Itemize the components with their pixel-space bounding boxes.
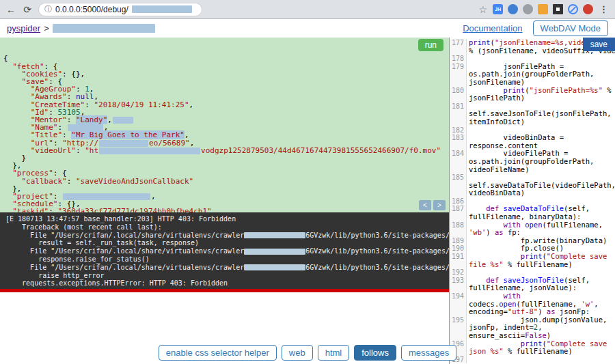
redacted-text — [244, 264, 305, 270]
breadcrumb-separator: > — [44, 23, 49, 33]
line-number: 189 — [450, 237, 467, 245]
page-info-icon[interactable]: ⓘ — [44, 4, 52, 14]
browser-toolbar: ← ⟳ ⓘ 0.0.0.0:5000/debug/ ☆ JH ⋮ — [0, 0, 615, 19]
line-number: 180 — [450, 87, 467, 102]
line-number: 186 — [450, 197, 467, 206]
line-number: 193 — [450, 277, 467, 292]
code-line: } — [3, 154, 446, 162]
line-number: 183 — [450, 134, 467, 150]
url-text: 0.0.0.0:5000/debug/ — [55, 5, 128, 14]
browser-extensions: JH ⋮ — [493, 4, 610, 14]
code-line: 195 json.dump(jsonValue, jsonFp, indent=… — [450, 316, 615, 340]
extension-qr-icon[interactable] — [553, 4, 563, 14]
extension-orange-box-icon[interactable] — [538, 4, 548, 14]
tab-follows[interactable]: follows — [354, 345, 396, 361]
code-line: "taskid": "360da33cf77d771dc1974bb0bfbe4… — [3, 208, 446, 212]
tab-messages[interactable]: messages — [401, 345, 456, 361]
line-number: 190 — [450, 244, 467, 253]
address-bar[interactable]: ⓘ 0.0.0.0:5000/debug/ — [38, 3, 202, 16]
line-number: 191 — [450, 253, 467, 268]
code-line: 183 videoBinData = response.content — [450, 134, 615, 150]
debug-tabs: enable css selector helperwebhtmlfollows… — [0, 345, 615, 361]
css-selector-helper-button[interactable]: enable css selector helper — [159, 345, 277, 361]
line-number: 195 — [450, 316, 467, 340]
tab-html[interactable]: html — [318, 345, 350, 361]
task-editor[interactable]: { "fetch": { "cookies": {}, "save": { "A… — [0, 38, 449, 212]
page: { "colors": { "accent": "#337ab7", "acce… — [0, 0, 615, 364]
extension-blocked-circle-icon[interactable] — [568, 4, 578, 14]
line-number: 194 — [450, 292, 467, 316]
code-line: 187 def saveDataToFile(self, fullFilenam… — [450, 205, 615, 221]
line-number: 184 — [450, 150, 467, 173]
back-icon[interactable]: ← — [5, 5, 16, 14]
line-number: 182 — [450, 126, 467, 135]
task-editor-code[interactable]: { "fetch": { "cookies": {}, "save": { "A… — [3, 55, 446, 212]
extension-blue-circle-icon[interactable] — [508, 4, 518, 14]
reload-icon[interactable]: ⟳ — [22, 5, 33, 14]
browser-menu-icon[interactable]: ⋮ — [598, 4, 610, 14]
line-number: 187 — [450, 205, 467, 221]
line-number: 179 — [450, 63, 467, 87]
redacted-project-name — [53, 24, 155, 33]
code-line: 191 print("Complete save file %s" % full… — [450, 253, 615, 268]
code-editor-lines[interactable]: 177print("jsonFilename=%s,videoSuffix=%s… — [450, 39, 615, 363]
prev-task-button[interactable]: < — [419, 200, 431, 210]
run-button[interactable]: run — [418, 39, 443, 51]
log-line: raise http_error — [5, 272, 443, 280]
log-line: File "/Users/crifan/.local/share/virtual… — [5, 247, 443, 255]
log-line: File "/Users/crifan/.local/share/virtual… — [5, 264, 443, 272]
webdav-mode-button[interactable]: WebDAV Mode — [533, 20, 608, 36]
code-line: }, — [3, 185, 446, 193]
redacted-text — [99, 148, 200, 154]
task-nav: < > — [419, 200, 446, 210]
code-line: 188 with open(fullFilename, 'wb') as fp: — [450, 221, 615, 237]
code-line: 194 with codecs.open(fullFilename, 'w', … — [450, 292, 615, 316]
code-line: "Mentor": "Landy", — [3, 116, 446, 124]
redacted-text — [99, 140, 148, 147]
line-number: 177 — [450, 39, 467, 55]
code-line: 179 jsonFilePath = os.path.join(groupFol… — [450, 63, 615, 87]
code-line: }, — [3, 162, 446, 169]
code-line: "callback": "saveVideoAndJsonCallback" — [3, 178, 446, 185]
code-line: { — [3, 55, 446, 62]
line-number: 185 — [450, 173, 467, 197]
line-number: 178 — [450, 55, 467, 63]
code-line: 193 def saveJsonToFile(self, fullFilenam… — [450, 277, 615, 292]
code-line: 184 videoFilePath = os.path.join(groupFo… — [450, 150, 615, 173]
line-number: 188 — [450, 221, 467, 237]
code-line: 185 self.saveDataToFile(videoFilePath, v… — [450, 173, 615, 197]
documentation-link[interactable]: Documentation — [463, 23, 522, 33]
tab-web[interactable]: web — [282, 345, 313, 361]
log-line: result = self._run_task(task, response) — [5, 239, 443, 247]
extension-jh-icon[interactable]: JH — [493, 4, 503, 14]
code-line: "videoUrl": "htvodgzp1252879503/44d46716… — [3, 147, 446, 154]
console-log: [E 180713 13:47:57 base_handler:203] HTT… — [0, 212, 449, 289]
script-editor[interactable]: save 177print("jsonFilename=%s,videoSuff… — [449, 38, 615, 364]
log-line: Traceback (most recent call last): — [5, 223, 443, 232]
redacted-text — [244, 249, 305, 255]
code-line: "cookies": {}, — [3, 70, 446, 78]
save-button[interactable]: save — [583, 38, 615, 51]
log-line: File "/Users/crifan/.local/share/virtual… — [5, 232, 443, 240]
left-column: { "fetch": { "cookies": {}, "save": { "A… — [0, 38, 449, 364]
app-header: pyspider > Documentation WebDAV Mode — [0, 19, 615, 38]
extension-gray-circle-icon[interactable] — [523, 4, 533, 14]
redacted-text — [244, 232, 305, 238]
code-line: 180 print("jsonFilePath=%s" % jsonFilePa… — [450, 87, 615, 102]
pyspider-home-link[interactable]: pyspider — [7, 23, 40, 33]
next-task-button[interactable]: > — [433, 200, 446, 210]
line-number: 181 — [450, 102, 467, 126]
code-line: 181 self.saveJsonToFile(jsonFilePath, it… — [450, 102, 615, 126]
log-line: requests.exceptions.HTTPError: HTTP 403:… — [5, 279, 443, 288]
line-number: 192 — [450, 268, 467, 277]
main-area: { "fetch": { "cookies": {}, "save": { "A… — [0, 38, 615, 364]
redacted-url-segment — [132, 5, 192, 13]
log-line: [E 180713 13:47:57 base_handler:203] HTT… — [5, 215, 443, 223]
log-line: response.raise_for_status() — [5, 255, 443, 264]
redacted-text — [113, 117, 133, 124]
extension-red-circle-icon[interactable] — [583, 4, 593, 14]
bookmark-star-icon[interactable]: ☆ — [478, 4, 487, 15]
